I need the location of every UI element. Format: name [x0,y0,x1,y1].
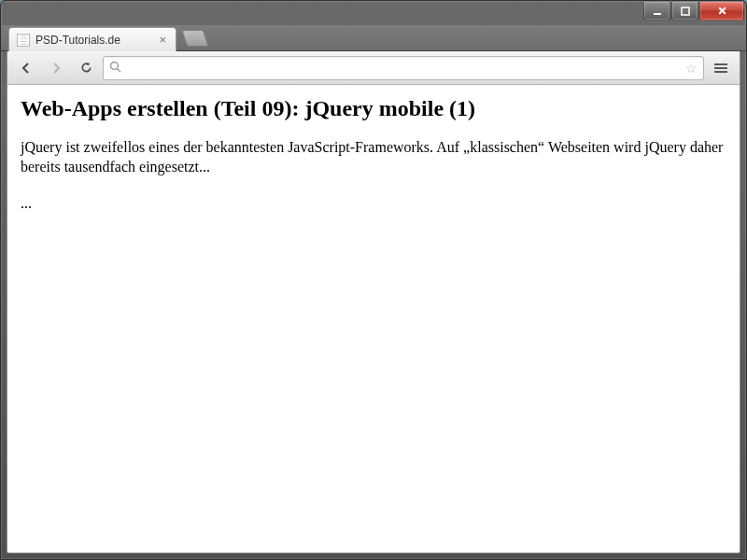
svg-line-3 [118,68,121,72]
window-minimize-button[interactable] [643,2,670,21]
page-ellipsis: ... [21,194,726,214]
svg-point-2 [111,62,119,69]
browser-window: PSD-Tutorials.de × ☆ [0,0,747,560]
window-titlebar [1,1,746,27]
browser-tab[interactable]: PSD-Tutorials.de × [8,27,176,51]
url-input[interactable] [127,61,680,75]
page-paragraph: jQuery ist zweifellos eines der bekannte… [21,138,726,177]
content-frame: ☆ Web-Apps erstellen (Teil 09): jQuery m… [7,51,740,553]
menu-button[interactable] [708,55,734,81]
bookmark-icon[interactable]: ☆ [685,61,698,76]
tab-title: PSD-Tutorials.de [35,34,151,47]
hamburger-icon [714,67,727,69]
page-heading: Web-Apps erstellen (Teil 09): jQuery mob… [21,96,726,121]
window-close-button[interactable] [699,2,744,21]
svg-rect-1 [682,7,689,15]
reload-button[interactable] [73,55,99,81]
file-icon [17,34,30,47]
search-icon [109,60,121,77]
window-maximize-button[interactable] [671,2,698,21]
back-button[interactable] [13,55,39,81]
address-bar[interactable]: ☆ [103,56,704,80]
close-icon[interactable]: × [157,34,168,46]
page-content: Web-Apps erstellen (Teil 09): jQuery mob… [7,85,740,553]
new-tab-button[interactable] [181,30,209,47]
forward-button[interactable] [43,55,69,81]
browser-toolbar: ☆ [7,51,740,85]
svg-rect-0 [654,13,661,15]
tab-strip: PSD-Tutorials.de × [1,25,746,51]
